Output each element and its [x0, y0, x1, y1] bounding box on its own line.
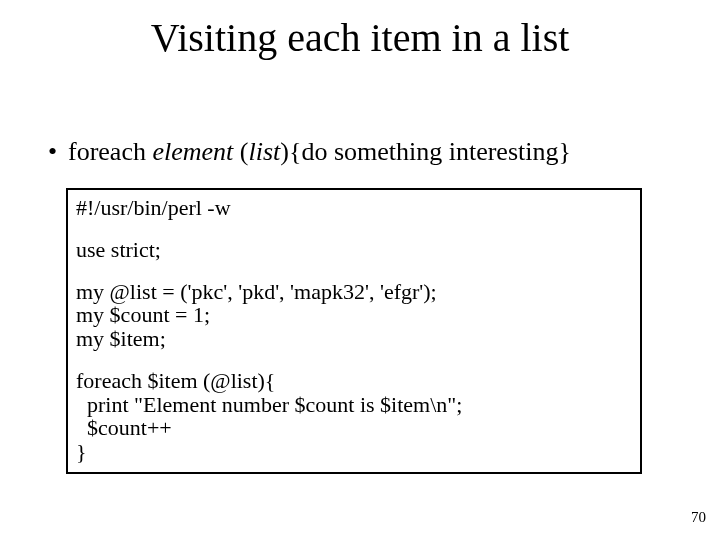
bullet-text-italic-element: element [152, 137, 233, 166]
bullet-text-suffix: ){do something interesting} [280, 137, 571, 166]
slide-title: Visiting each item in a list [0, 14, 720, 61]
code-line-2: use strict; [76, 238, 632, 262]
code-line-9: } [76, 440, 632, 464]
code-line-6: foreach $item (@list){ [76, 369, 632, 393]
code-line-4: my $count = 1; [76, 303, 632, 327]
code-line-5: my $item; [76, 327, 632, 351]
code-gap [76, 220, 632, 238]
code-box: #!/usr/bin/perl -w use strict; my @list … [66, 188, 642, 474]
bullet-text-prefix: foreach [68, 137, 152, 166]
bullet-text-mid: ( [233, 137, 248, 166]
bullet-item: •foreach element (list){do something int… [48, 138, 571, 167]
code-line-8: $count++ [76, 416, 632, 440]
code-line-7: print "Element number $count is $item\n"… [76, 393, 632, 417]
bullet-text-italic-list: list [248, 137, 280, 166]
slide: Visiting each item in a list •foreach el… [0, 0, 720, 540]
bullet-marker: • [48, 138, 68, 167]
code-gap [76, 351, 632, 369]
code-line-3: my @list = ('pkc', 'pkd', 'mapk32', 'efg… [76, 280, 632, 304]
page-number: 70 [691, 509, 706, 526]
code-line-1: #!/usr/bin/perl -w [76, 196, 632, 220]
code-gap [76, 262, 632, 280]
